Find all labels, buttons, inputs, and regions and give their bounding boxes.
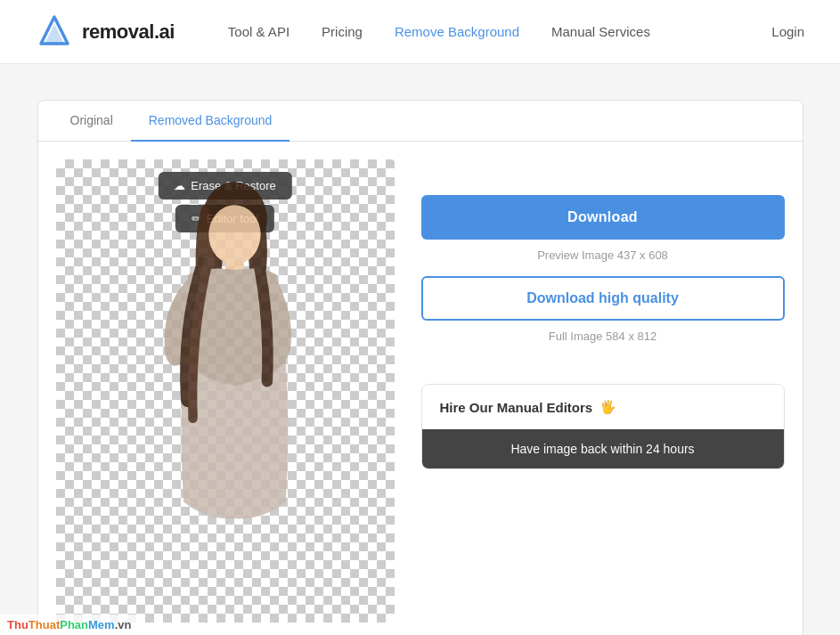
tab-removed-background[interactable]: Removed Background — [131, 101, 290, 142]
full-info: Full Image 584 x 812 — [421, 330, 785, 343]
person-svg — [110, 177, 341, 623]
svg-point-7 — [208, 205, 260, 265]
watermark-thu: Thu — [7, 618, 29, 631]
main-card: Original Removed Background ☁ Erase & Re… — [37, 100, 803, 635]
manual-card-bottom: Have image back within 24 hours — [422, 429, 784, 468]
logo[interactable]: removal.ai — [36, 13, 175, 51]
checkered-bg: ☁ Erase & Restore ✏ Editor tool — [56, 159, 395, 623]
tab-bar: Original Removed Background — [38, 101, 803, 142]
preview-info: Preview Image 437 x 608 — [421, 248, 785, 262]
logo-icon — [36, 13, 73, 51]
watermark-thuat: Thuat — [29, 618, 60, 631]
person-image — [56, 159, 395, 623]
watermark: ThuThuatPhanMem.vn — [0, 615, 138, 635]
nav-pricing[interactable]: Pricing — [322, 24, 363, 39]
right-panel: Download Preview Image 437 x 608 Downloa… — [421, 159, 785, 469]
manual-card-top: Hire Our Manual Editors 🖐️ — [422, 385, 784, 429]
manual-label: Hire Our Manual Editors — [440, 400, 593, 415]
watermark-vn: .vn — [115, 618, 132, 631]
download-button[interactable]: Download — [421, 195, 785, 240]
main-nav: Tool & API Pricing Remove Background Man… — [228, 24, 804, 39]
tab-original[interactable]: Original — [53, 101, 131, 142]
manual-services-card[interactable]: Hire Our Manual Editors 🖐️ Have image ba… — [421, 384, 785, 469]
watermark-phan: Phan — [60, 618, 88, 631]
nav-login[interactable]: Login — [771, 24, 804, 39]
header: removal.ai Tool & API Pricing Remove Bac… — [0, 0, 840, 64]
nav-remove-background[interactable]: Remove Background — [395, 24, 519, 39]
image-area: ☁ Erase & Restore ✏ Editor tool — [56, 159, 395, 623]
nav-manual-services[interactable]: Manual Services — [551, 24, 650, 39]
nav-tool-api[interactable]: Tool & API — [228, 24, 290, 39]
card-content: ☁ Erase & Restore ✏ Editor tool — [38, 142, 803, 635]
watermark-mem: Mem — [88, 618, 115, 631]
hand-icon: 🖐️ — [599, 399, 616, 415]
logo-text: removal.ai — [82, 20, 175, 44]
main-content: Original Removed Background ☁ Erase & Re… — [0, 64, 840, 635]
download-high-quality-button[interactable]: Download high quality — [421, 276, 785, 321]
